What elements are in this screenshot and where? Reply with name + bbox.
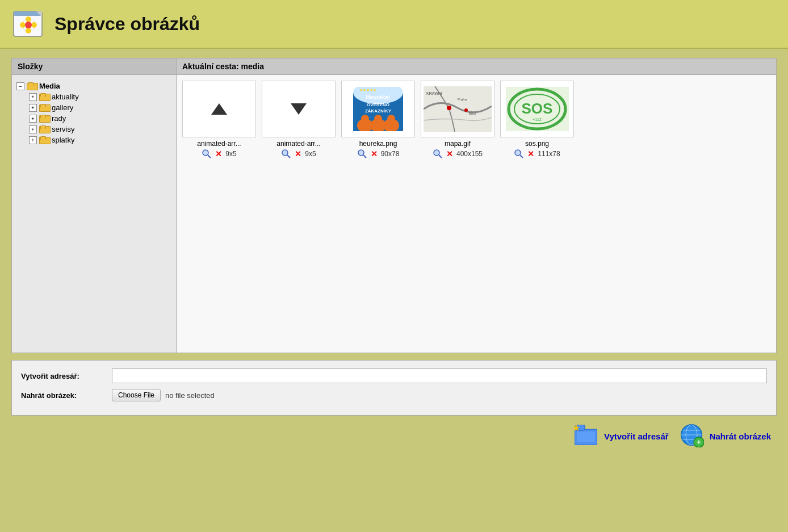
svg-point-5 xyxy=(20,22,26,28)
view-button[interactable] xyxy=(514,149,524,159)
folder-icon xyxy=(39,104,49,112)
view-button[interactable] xyxy=(357,149,367,159)
list-item: animated-arr... ✕ 9x5 xyxy=(262,81,336,159)
file-name: animated-arr... xyxy=(276,140,320,148)
svg-text:OVĚŘENO: OVĚŘENO xyxy=(367,102,389,107)
file-actions: ✕ 9x5 xyxy=(281,149,316,159)
svg-text:Brno: Brno xyxy=(469,112,476,115)
folder-icon xyxy=(39,136,49,144)
sidebar-item-rady[interactable]: + rady xyxy=(29,113,171,124)
sidebar-item-label: splatky xyxy=(52,136,74,144)
sidebar-item-label: gallery xyxy=(52,103,73,112)
sidebar: Složky − Media + aktuality + xyxy=(12,58,177,353)
sidebar-item-aktuality[interactable]: + aktuality xyxy=(29,91,171,102)
svg-line-12 xyxy=(287,155,290,158)
upload-btn-icon-wrapper: + xyxy=(680,424,705,449)
sidebar-item-servisy[interactable]: + servisy xyxy=(29,124,171,135)
file-name: mapa.gif xyxy=(445,140,471,148)
folder-icon xyxy=(39,125,49,133)
heureka-svg: ★★★★★ Heuréka! OVĚŘENO ZÁKAZNÍKY xyxy=(353,87,404,131)
delete-button[interactable]: ✕ xyxy=(445,149,454,158)
expand-icon[interactable]: + xyxy=(29,93,37,101)
choose-file-button[interactable]: Choose File xyxy=(112,389,161,401)
svg-point-31 xyxy=(464,108,468,112)
list-item: ★★★★★ Heuréka! OVĚŘENO ZÁKAZNÍKY xyxy=(341,81,415,159)
svg-point-11 xyxy=(282,150,288,156)
file-name: animated-arr... xyxy=(197,140,241,148)
view-button[interactable] xyxy=(433,149,443,159)
svg-line-28 xyxy=(363,155,366,158)
delete-button[interactable]: ✕ xyxy=(370,149,379,158)
file-browser: Aktuální cesta: media animated-arr... xyxy=(177,58,776,353)
magnifier-icon xyxy=(282,149,291,158)
svg-line-10 xyxy=(208,155,211,158)
svg-point-27 xyxy=(358,150,364,156)
delete-icon: ✕ xyxy=(215,150,222,158)
view-button[interactable] xyxy=(281,149,291,159)
create-folder-input[interactable] xyxy=(112,368,767,383)
collapse-icon[interactable]: − xyxy=(16,82,24,90)
svg-point-9 xyxy=(203,150,208,156)
sidebar-children: + aktuality + gallery + rady xyxy=(16,91,171,145)
delete-button[interactable]: ✕ xyxy=(214,149,223,158)
expand-icon[interactable]: + xyxy=(29,136,37,144)
upload-action-button[interactable]: + Nahrát obrázek xyxy=(680,424,771,449)
no-file-selected-text: no file selected xyxy=(165,391,215,400)
sidebar-item-label: servisy xyxy=(52,125,74,133)
bottom-actions: ★ Vytvořit adresář xyxy=(11,424,777,449)
file-name: heureka.png xyxy=(359,140,397,148)
sidebar-item-label: Media xyxy=(39,82,60,90)
file-browser-header: Aktuální cesta: media xyxy=(177,58,776,75)
file-size: 111x78 xyxy=(538,150,560,158)
delete-icon: ✕ xyxy=(295,150,301,158)
file-size: 90x78 xyxy=(381,150,400,158)
svg-text:SOS: SOS xyxy=(521,100,552,117)
folder-icon xyxy=(39,115,49,123)
list-item: KRAWNI Praha Brno mapa.gif xyxy=(421,81,494,159)
page-title: Správce obrázků xyxy=(55,14,200,35)
svg-text:+112: +112 xyxy=(533,118,542,122)
svg-point-3 xyxy=(26,16,31,22)
file-thumbnail xyxy=(182,81,256,137)
create-folder-label: Vytvořit adresář: xyxy=(21,372,112,380)
arrow-up-icon xyxy=(211,103,227,115)
sidebar-item-media[interactable]: − Media xyxy=(16,81,171,91)
list-item: animated-arr... ✕ 9x5 xyxy=(182,81,256,159)
svg-point-26 xyxy=(387,115,395,123)
create-folder-action-button[interactable]: ★ Vytvořit adresář xyxy=(575,425,669,447)
file-actions: ✕ 9x5 xyxy=(202,149,236,159)
delete-button[interactable]: ✕ xyxy=(526,149,535,158)
delete-button[interactable]: ✕ xyxy=(294,149,303,158)
svg-text:KRAWNI: KRAWNI xyxy=(426,91,442,95)
sidebar-item-gallery[interactable]: + gallery xyxy=(29,102,171,113)
sidebar-header: Složky xyxy=(12,58,176,75)
view-button[interactable] xyxy=(202,149,212,159)
header: Správce obrázků xyxy=(0,0,788,49)
upload-btn-label: Nahrát obrázek xyxy=(710,432,771,441)
file-input-wrapper: Choose File no file selected xyxy=(112,389,767,401)
expand-icon[interactable]: + xyxy=(29,104,37,112)
file-size: 400x155 xyxy=(456,150,483,158)
file-thumbnail xyxy=(262,81,336,137)
file-thumbnail: SOS +112 xyxy=(500,81,574,137)
file-actions: ✕ 400x155 xyxy=(433,149,483,159)
svg-text:★★★★★: ★★★★★ xyxy=(359,88,376,92)
folder-icon xyxy=(27,82,37,90)
file-thumbnail: KRAWNI Praha Brno xyxy=(421,81,494,137)
magnifier-icon xyxy=(514,149,523,158)
folder-icon xyxy=(39,93,49,101)
svg-point-22 xyxy=(361,115,369,123)
file-actions: ✕ 111x78 xyxy=(514,149,560,159)
expand-icon[interactable]: + xyxy=(29,115,37,123)
delete-icon: ✕ xyxy=(371,150,378,158)
svg-point-7 xyxy=(25,22,32,28)
app-icon xyxy=(11,7,45,41)
svg-text:Praha: Praha xyxy=(458,98,467,101)
sidebar-item-splatky[interactable]: + splatky xyxy=(29,135,171,145)
manager-panel: Složky − Media + aktuality + xyxy=(11,58,777,353)
arrow-down-icon xyxy=(291,103,307,115)
magnifier-icon xyxy=(433,149,442,158)
expand-icon[interactable]: + xyxy=(29,125,37,133)
mapa-svg: KRAWNI Praha Brno xyxy=(424,86,492,132)
create-folder-btn-label: Vytvořit adresář xyxy=(604,432,669,441)
